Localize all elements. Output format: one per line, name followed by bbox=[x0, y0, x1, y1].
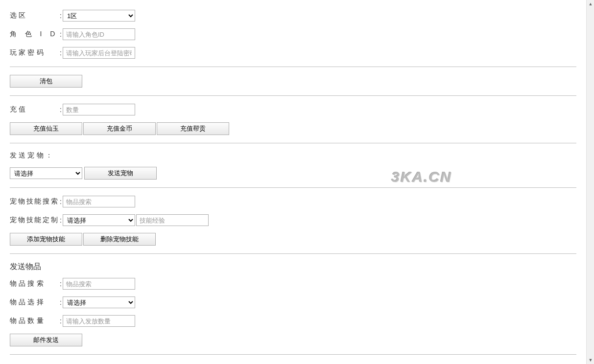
colon: : bbox=[60, 49, 62, 57]
scrollbar[interactable]: ▲ ▼ bbox=[586, 0, 594, 364]
mima-input[interactable] bbox=[63, 47, 135, 59]
chongwujineng-dingzhi-input[interactable] bbox=[136, 214, 209, 226]
divider bbox=[10, 95, 576, 96]
chongzhi-jinbi-button[interactable]: 充值金币 bbox=[83, 122, 156, 135]
divider bbox=[10, 253, 576, 254]
colon: : bbox=[60, 12, 62, 20]
mima-label: 玩家密码 bbox=[10, 48, 59, 57]
scroll-down-icon[interactable]: ▼ bbox=[587, 356, 594, 364]
youjian-fasong-button[interactable]: 邮件发送 bbox=[10, 334, 82, 346]
wupin-sousuo-input[interactable] bbox=[63, 278, 135, 290]
fasongchongwu-select[interactable]: 请选择 bbox=[10, 167, 82, 179]
wupin-shuliang-input[interactable] bbox=[63, 315, 135, 327]
fasongwupin-title: 发送物品 bbox=[10, 262, 576, 272]
chongzhi-bangyin-button[interactable]: 充值帮贡 bbox=[157, 122, 229, 135]
xuanqu-select[interactable]: 1区 bbox=[63, 10, 135, 22]
colon: : bbox=[60, 30, 62, 38]
chongzhi-input[interactable] bbox=[63, 104, 135, 115]
wupin-xuanze-label: 物品选择 bbox=[10, 298, 59, 307]
divider bbox=[10, 143, 576, 143]
colon: : bbox=[60, 280, 62, 288]
chongwujineng-dingzhi-select[interactable]: 请选择 bbox=[63, 214, 135, 226]
tianjia-chongwujineng-button[interactable]: 添加宠物技能 bbox=[10, 233, 82, 246]
chongzhi-xianyu-button[interactable]: 充值仙玉 bbox=[10, 122, 82, 135]
scroll-up-icon[interactable]: ▲ bbox=[587, 0, 594, 8]
wupin-sousuo-label: 物品搜索 bbox=[10, 279, 59, 288]
colon: : bbox=[60, 106, 62, 114]
chongwujineng-sousuo-label: 宠物技能搜索 bbox=[10, 197, 59, 206]
divider bbox=[10, 67, 576, 67]
divider bbox=[10, 187, 576, 188]
shanchu-chongwujineng-button[interactable]: 删除宠物技能 bbox=[83, 233, 156, 246]
xuanqu-label: 选区 bbox=[10, 11, 59, 20]
chongzhi-label: 充值 bbox=[10, 105, 59, 114]
chongwujineng-sousuo-input[interactable] bbox=[63, 196, 135, 207]
qingbao-button[interactable]: 清包 bbox=[10, 75, 82, 88]
fasongchongwu-title: 发送宠物： bbox=[10, 151, 576, 160]
wupin-xuanze-select[interactable]: 请选择 bbox=[63, 296, 135, 308]
divider bbox=[10, 354, 576, 355]
juese-input[interactable] bbox=[63, 28, 135, 40]
juese-label: 角色ID bbox=[10, 30, 59, 39]
colon: : bbox=[60, 216, 62, 224]
fasongchongwu-button[interactable]: 发送宠物 bbox=[84, 167, 157, 180]
colon: : bbox=[60, 317, 62, 325]
colon: : bbox=[60, 298, 62, 306]
chongwujineng-dingzhi-label: 宠物技能定制 bbox=[10, 216, 59, 225]
wupin-shuliang-label: 物品数量 bbox=[10, 317, 59, 325]
colon: : bbox=[60, 198, 62, 205]
